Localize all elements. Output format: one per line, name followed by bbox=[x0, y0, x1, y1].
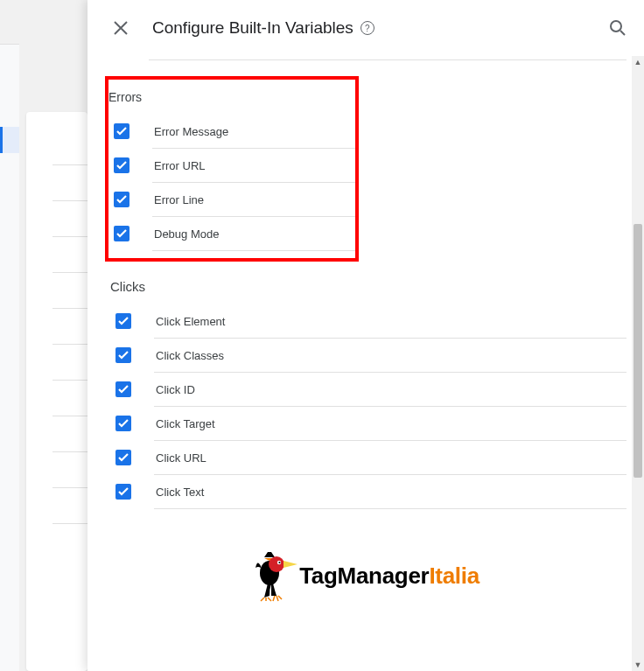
section-clicks: Clicks Click Element Click Classes Click… bbox=[105, 272, 626, 509]
checkbox-click-id[interactable] bbox=[116, 381, 131, 397]
logo-area: TagManagerItalia bbox=[105, 549, 626, 603]
section-title-clicks: Clicks bbox=[110, 272, 626, 304]
checkbox-error-message[interactable] bbox=[114, 123, 130, 139]
svg-marker-4 bbox=[284, 561, 298, 568]
svg-point-6 bbox=[279, 562, 281, 563]
bg-selected-item bbox=[0, 127, 19, 153]
checkbox-error-line[interactable] bbox=[114, 192, 130, 207]
label-error-message: Error Message bbox=[154, 125, 228, 138]
woodpecker-icon bbox=[252, 549, 299, 603]
checkbox-click-target[interactable] bbox=[116, 416, 131, 431]
help-icon[interactable]: ? bbox=[360, 21, 374, 35]
label-click-target: Click Target bbox=[156, 417, 215, 430]
scrollbar-thumb[interactable] bbox=[634, 224, 642, 478]
logo-text: TagManagerItalia bbox=[299, 563, 480, 590]
logo-brand: TagManager bbox=[299, 563, 429, 589]
label-error-url: Error URL bbox=[154, 159, 206, 172]
label-click-classes: Click Classes bbox=[156, 349, 224, 362]
variable-row-click-text: Click Text bbox=[110, 475, 626, 508]
checkbox-debug-mode[interactable] bbox=[114, 226, 130, 241]
variable-row-click-url: Click URL bbox=[110, 441, 626, 474]
title-text: Configure Built-In Variables bbox=[152, 18, 354, 38]
checkbox-error-url[interactable] bbox=[114, 157, 130, 173]
panel-header: Configure Built-In Variables ? bbox=[88, 0, 644, 56]
divider bbox=[154, 508, 626, 509]
variable-row-click-element: Click Element bbox=[110, 304, 626, 338]
bg-card bbox=[26, 112, 88, 671]
panel-title: Configure Built-In Variables ? bbox=[152, 18, 586, 38]
variable-row-click-classes: Click Classes bbox=[110, 339, 626, 372]
label-click-text: Click Text bbox=[156, 486, 204, 499]
search-button[interactable] bbox=[604, 14, 632, 42]
label-debug-mode: Debug Mode bbox=[154, 227, 219, 241]
scroll-up-arrow[interactable]: ▲ bbox=[632, 56, 644, 68]
section-title-errors: Errors bbox=[108, 85, 355, 115]
content-wrap: ▲ ▼ Errors Error Message Error URL bbox=[88, 56, 644, 671]
config-panel: Configure Built-In Variables ? ▲ ▼ Error… bbox=[88, 0, 644, 671]
divider bbox=[149, 59, 626, 60]
checkbox-click-element[interactable] bbox=[116, 313, 131, 329]
variable-row-click-target: Click Target bbox=[110, 407, 626, 440]
variable-row-error-url: Error URL bbox=[108, 149, 355, 182]
scrollbar-track[interactable]: ▲ ▼ bbox=[632, 56, 644, 671]
label-error-line: Error Line bbox=[154, 193, 204, 206]
checkbox-click-classes[interactable] bbox=[116, 347, 131, 363]
errors-highlight-box: Errors Error Message Error URL Error Lin… bbox=[105, 76, 359, 262]
label-click-url: Click URL bbox=[156, 451, 206, 465]
scroll-down-arrow[interactable]: ▼ bbox=[632, 659, 644, 671]
svg-point-0 bbox=[611, 21, 621, 31]
logo-suffix: Italia bbox=[429, 563, 479, 589]
svg-point-3 bbox=[269, 556, 284, 572]
variable-row-debug-mode: Debug Mode bbox=[108, 217, 355, 250]
label-click-id: Click ID bbox=[156, 383, 195, 396]
checkbox-click-url[interactable] bbox=[116, 450, 131, 465]
checkbox-click-text[interactable] bbox=[116, 484, 131, 500]
variable-row-error-message: Error Message bbox=[108, 115, 355, 148]
panel-content: Errors Error Message Error URL Error Lin… bbox=[88, 56, 632, 671]
variable-row-click-id: Click ID bbox=[110, 373, 626, 406]
close-button[interactable] bbox=[107, 14, 135, 42]
label-click-element: Click Element bbox=[156, 315, 225, 328]
variable-row-error-line: Error Line bbox=[108, 183, 355, 216]
divider bbox=[152, 250, 355, 251]
